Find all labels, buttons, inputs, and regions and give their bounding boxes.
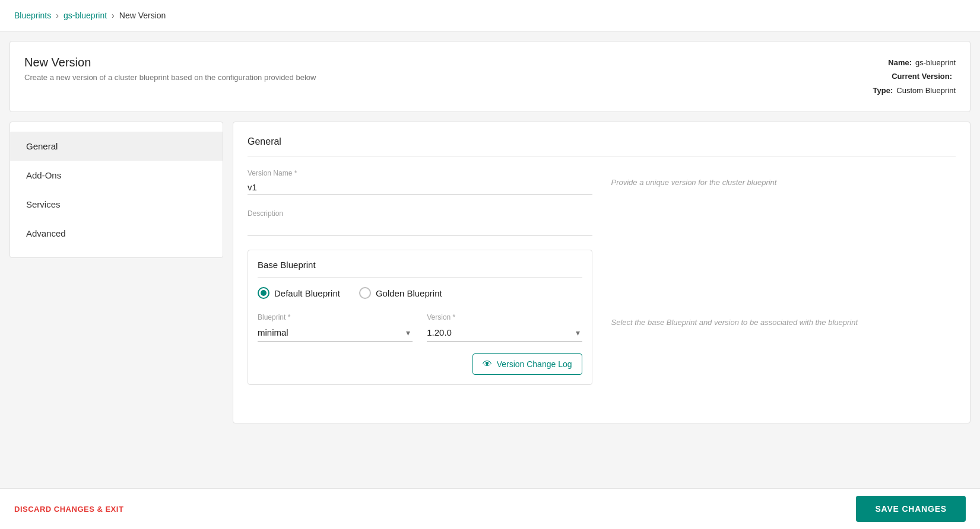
description-hint <box>611 209 956 235</box>
radio-golden-blueprint[interactable]: Golden Blueprint <box>359 287 442 299</box>
breadcrumb-blueprints[interactable]: Blueprints <box>14 11 51 20</box>
meta-type-label: Type: <box>873 84 893 97</box>
base-blueprint-row: Base Blueprint Default Blueprint Golden … <box>248 250 956 394</box>
header-card: New Version Create a new version of a cl… <box>9 41 971 112</box>
description-field: Description <box>248 209 592 235</box>
page-title: New Version <box>24 56 316 69</box>
version-name-field: Version Name * <box>248 169 592 195</box>
version-name-row: Version Name * Provide a unique version … <box>248 169 956 195</box>
version-name-label: Version Name * <box>248 169 592 177</box>
page-description: Create a new version of a cluster bluepr… <box>24 73 316 82</box>
breadcrumb-gs-blueprint[interactable]: gs-blueprint <box>64 11 107 20</box>
bottom-bar: DISCARD CHANGES & EXIT SAVE CHANGES <box>0 488 980 529</box>
radio-group: Default Blueprint Golden Blueprint <box>258 287 582 299</box>
version-select[interactable]: 1.20.0 1.19.0 1.18.0 <box>427 324 582 342</box>
description-label: Description <box>248 209 592 218</box>
radio-default-label: Default Blueprint <box>274 288 340 298</box>
meta-name-value: gs-blueprint <box>915 56 956 69</box>
blueprint-select[interactable]: minimal standard full <box>258 324 413 342</box>
section-title: General <box>248 136 956 157</box>
sidebar-item-general[interactable]: General <box>10 132 223 161</box>
blueprint-card: Base Blueprint Default Blueprint Golden … <box>248 250 592 385</box>
version-change-log-button[interactable]: 👁 Version Change Log <box>472 353 582 375</box>
breadcrumb-current: New Version <box>119 11 166 20</box>
dropdowns-row: Blueprint * minimal standard full ▾ <box>258 313 582 342</box>
discard-button[interactable]: DISCARD CHANGES & EXIT <box>14 499 123 520</box>
version-dropdown-label: Version * <box>427 313 582 321</box>
radio-golden-label: Golden Blueprint <box>376 288 442 298</box>
meta-version-label: Current Version: <box>892 69 952 83</box>
meta-type-value: Custom Blueprint <box>896 84 956 97</box>
radio-default-blueprint[interactable]: Default Blueprint <box>258 287 340 299</box>
version-dropdown-wrapper: 1.20.0 1.19.0 1.18.0 ▾ <box>427 324 582 342</box>
base-blueprint-hint: Select the base Blueprint and version to… <box>611 250 956 394</box>
save-changes-button[interactable]: SAVE CHANGES <box>856 496 966 522</box>
version-log-label: Version Change Log <box>497 359 572 369</box>
breadcrumb-sep-1: › <box>56 11 59 20</box>
version-name-hint: Provide a unique version for the cluster… <box>611 169 956 195</box>
sidebar-item-add-ons[interactable]: Add-Ons <box>10 161 223 190</box>
base-blueprint-field: Base Blueprint Default Blueprint Golden … <box>248 250 592 394</box>
blueprint-dropdown-field: Blueprint * minimal standard full ▾ <box>258 313 413 342</box>
radio-golden-circle <box>359 287 371 299</box>
header-info: New Version Create a new version of a cl… <box>24 56 316 82</box>
breadcrumb: Blueprints › gs-blueprint › New Version <box>0 0 980 31</box>
eye-icon: 👁 <box>483 359 492 369</box>
header-meta: Name: gs-blueprint Current Version: Type… <box>873 56 956 97</box>
meta-name-label: Name: <box>888 56 912 69</box>
breadcrumb-sep-2: › <box>112 11 115 20</box>
main-content: General Add-Ons Services Advanced Genera… <box>9 122 971 423</box>
version-dropdown-field: Version * 1.20.0 1.19.0 1.18.0 ▾ <box>427 313 582 342</box>
radio-default-circle <box>258 287 269 299</box>
sidebar-item-advanced[interactable]: Advanced <box>10 219 223 248</box>
version-log-container: 👁 Version Change Log <box>258 353 582 375</box>
sidebar-item-services[interactable]: Services <box>10 190 223 219</box>
version-name-input[interactable] <box>248 180 592 195</box>
form-panel: General Version Name * Provide a unique … <box>233 122 971 423</box>
description-input[interactable] <box>248 220 592 235</box>
description-row: Description <box>248 209 956 235</box>
blueprint-card-title: Base Blueprint <box>258 260 582 278</box>
blueprint-dropdown-label: Blueprint * <box>258 313 413 321</box>
sidebar: General Add-Ons Services Advanced <box>9 122 223 258</box>
blueprint-dropdown-wrapper: minimal standard full ▾ <box>258 324 413 342</box>
